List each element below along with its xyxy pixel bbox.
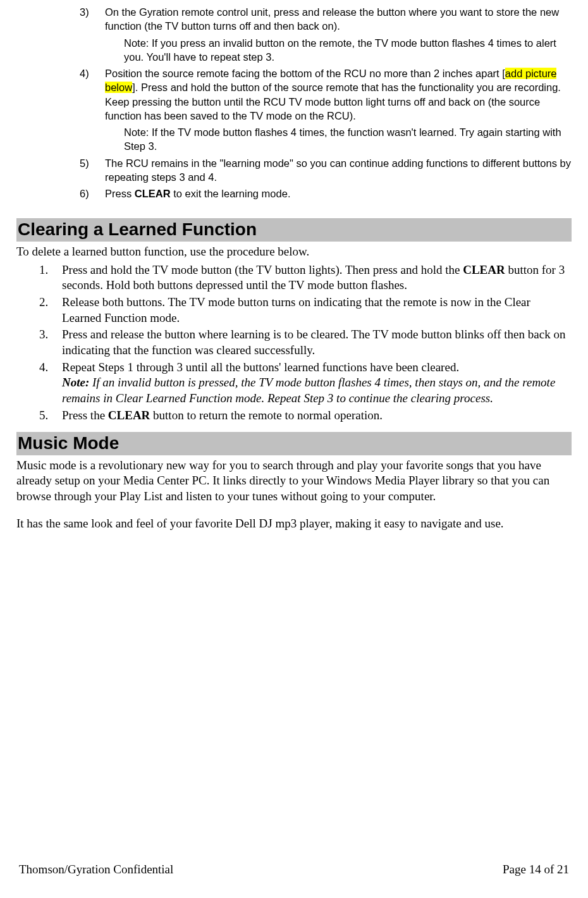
item-number: 2. <box>39 295 48 311</box>
step-5: 5) The RCU remains in the "learning mode… <box>80 156 572 185</box>
section-heading-music: Music Mode <box>16 432 572 455</box>
item-note: Note: If an invalid button is pressed, t… <box>62 375 572 406</box>
item-number: 5. <box>39 408 48 424</box>
clearing-steps-list: 1.Press and hold the TV mode button (the… <box>16 262 572 424</box>
section-intro: To delete a learned button function, use… <box>16 244 572 260</box>
step-6: 6) Press CLEAR to exit the learning mode… <box>80 187 572 200</box>
item-number: 1. <box>39 262 48 278</box>
section-heading-clearing: Clearing a Learned Function <box>16 218 572 241</box>
list-item: 2.Release both buttons. The TV mode butt… <box>39 295 572 326</box>
list-item: 3.Press and release the button where lea… <box>39 327 572 358</box>
list-item: 5.Press the CLEAR button to return the r… <box>39 408 572 424</box>
item-number: 4. <box>39 360 48 376</box>
step-number: 6) <box>80 187 89 200</box>
step-text: Position the source remote facing the bo… <box>105 68 561 121</box>
item-text: Repeat Steps 1 through 3 until all the b… <box>62 360 459 374</box>
footer-right: Page 14 of 21 <box>503 862 569 878</box>
music-paragraph-2: It has the same look and feel of your fa… <box>16 516 572 532</box>
step-3: 3) On the Gyration remote control unit, … <box>80 5 572 64</box>
step-number: 4) <box>80 66 89 80</box>
list-item: 4.Repeat Steps 1 through 3 until all the… <box>39 360 572 407</box>
list-item: 1.Press and hold the TV mode button (the… <box>39 262 572 293</box>
step-note: Note: If you press an invalid button on … <box>105 36 572 65</box>
item-number: 3. <box>39 327 48 343</box>
step-4: 4) Position the source remote facing the… <box>80 66 572 154</box>
item-text: Press and hold the TV mode button (the T… <box>62 263 565 292</box>
step-text: The RCU remains in the "learning mode" s… <box>105 157 571 183</box>
item-text: Release both buttons. The TV mode button… <box>62 295 530 324</box>
step-text: Press CLEAR to exit the learning mode. <box>105 188 290 199</box>
step-number: 3) <box>80 5 89 19</box>
item-text: Press and release the button where learn… <box>62 328 565 357</box>
footer-left: Thomson/Gyration Confidential <box>19 862 173 878</box>
page-footer: Thomson/Gyration Confidential Page 14 of… <box>19 862 569 878</box>
document-body: 3) On the Gyration remote control unit, … <box>0 0 588 532</box>
step-number: 5) <box>80 156 89 170</box>
top-steps-list: 3) On the Gyration remote control unit, … <box>16 5 572 200</box>
step-note: Note: If the TV mode button flashes 4 ti… <box>105 125 572 154</box>
music-paragraph-1: Music mode is a revolutionary new way fo… <box>16 458 572 505</box>
item-text: Press the CLEAR button to return the rem… <box>62 409 383 422</box>
step-text: On the Gyration remote control unit, pre… <box>105 6 559 32</box>
